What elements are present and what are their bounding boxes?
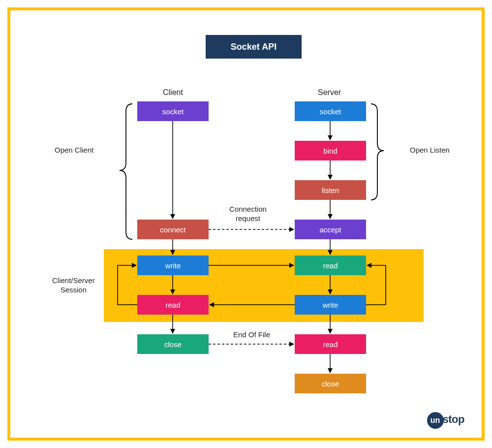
server-bind-node: bind: [295, 141, 366, 160]
column-label-server: Server: [318, 88, 341, 97]
client-read-node: read: [137, 295, 209, 315]
logo-circle: un: [427, 412, 444, 429]
server-read2-node: read: [295, 334, 366, 354]
server-write-node: write: [295, 295, 366, 315]
server-socket-node: socket: [295, 101, 366, 121]
client-connect-node: connect: [137, 220, 209, 239]
client-socket-node: socket: [137, 101, 209, 121]
annotation-eof: End Of File: [233, 330, 270, 340]
diagram-frame: Socket API Client Server socket connect …: [7, 7, 485, 441]
logo: un stop: [427, 412, 464, 429]
diagram-title: Socket API: [206, 35, 302, 59]
server-listen-node: listen: [295, 180, 366, 200]
annotation-open-listen: Open Listen: [410, 146, 450, 155]
server-close-node: close: [295, 374, 366, 393]
brace-open-client: [120, 104, 132, 239]
client-close-node: close: [137, 334, 209, 354]
logo-text: stop: [443, 413, 464, 426]
annotation-open-client: Open Client: [55, 146, 93, 155]
brace-open-listen: [371, 104, 384, 200]
arrows-layer: [10, 10, 488, 444]
annotation-session: Client/Server Session: [52, 276, 95, 295]
client-write-node: write: [137, 256, 209, 275]
server-read1-node: read: [295, 256, 366, 275]
column-label-client: Client: [163, 88, 183, 97]
server-accept-node: accept: [295, 220, 366, 239]
annotation-connection-request: Connection request: [229, 205, 267, 224]
